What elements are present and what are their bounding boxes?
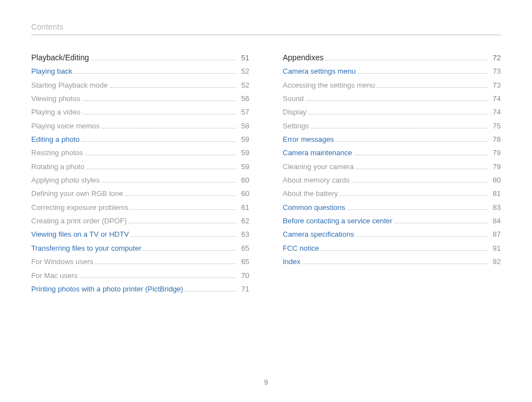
toc-entry-page: 56 xyxy=(238,94,249,104)
toc-entry-page: 58 xyxy=(238,121,249,132)
toc-entry-title: Camera maintenance xyxy=(283,148,352,159)
toc-entry: Applying photo styles 60 xyxy=(31,175,249,186)
toc-entry[interactable]: Common questions 83 xyxy=(283,203,501,213)
toc-entry: For Mac users 70 xyxy=(31,271,249,281)
toc-entry-title: Sound xyxy=(283,94,304,104)
toc-entry-page: 78 xyxy=(490,135,501,145)
toc-entry-page: 74 xyxy=(490,107,501,118)
toc-leader-dots xyxy=(102,128,236,128)
toc-entry[interactable]: Editing a photo 59 xyxy=(31,135,249,145)
toc-entry: Starting Playback mode 52 xyxy=(31,80,249,91)
toc-leader-dots xyxy=(340,195,487,196)
toc-entry-title: Resizing photos xyxy=(31,148,83,159)
toc-leader-dots xyxy=(131,236,236,237)
toc-entry[interactable]: Index 92 xyxy=(283,257,501,267)
toc-entry[interactable]: Transferring files to your computer 65 xyxy=(31,243,249,254)
toc-leader-dots xyxy=(377,87,487,88)
toc-entry-title: Editing a photo xyxy=(31,135,80,145)
toc-entry-page: 60 xyxy=(238,175,249,186)
toc-entry-page: 57 xyxy=(238,107,249,118)
page-header: Contents xyxy=(31,22,501,35)
toc-leader-dots xyxy=(125,195,236,196)
toc-entry-page: 71 xyxy=(238,284,249,295)
toc-leader-dots xyxy=(395,223,487,223)
toc-entry-title: Rotating a photo xyxy=(31,162,84,173)
toc-entry: Display 74 xyxy=(283,107,501,118)
toc-entry: Appendixes 72 xyxy=(283,52,501,64)
toc-leader-dots xyxy=(91,60,236,60)
toc-entry: Accessing the settings menu 73 xyxy=(283,80,501,91)
toc-entry-title: Defining your own RGB tone xyxy=(31,189,123,199)
toc-leader-dots xyxy=(306,100,487,101)
toc-entry: Viewing photos 56 xyxy=(31,94,249,104)
toc-leader-dots xyxy=(356,169,487,169)
toc-leader-dots xyxy=(356,236,487,237)
toc-entry-title: Before contacting a service center xyxy=(283,216,393,227)
toc-entry-page: 52 xyxy=(238,80,249,91)
toc-entry: About the battery 81 xyxy=(283,189,501,199)
toc-entry: Settings 75 xyxy=(283,121,501,132)
toc-entry-title: Creating a print order (DPOF) xyxy=(31,216,127,227)
toc-entry-title: Camera settings menu xyxy=(283,66,356,77)
toc-entry-title: Transferring files to your computer xyxy=(31,243,141,254)
toc-leader-dots xyxy=(347,209,487,210)
toc-entry-title: Playing a video xyxy=(31,107,80,118)
toc-entry-page: 84 xyxy=(490,216,501,227)
toc-entry[interactable]: Viewing files on a TV or HDTV 63 xyxy=(31,229,249,240)
toc-leader-dots xyxy=(83,114,236,114)
toc-entry-page: 61 xyxy=(238,203,249,213)
toc-entry-title: Display xyxy=(283,107,307,118)
header-rule xyxy=(31,35,501,35)
toc-column-left: Playback/Editing 51Playing back 52Starti… xyxy=(31,52,249,298)
toc-entry-page: 79 xyxy=(490,162,501,173)
toc-entry: Resizing photos 59 xyxy=(31,148,249,159)
toc-entry-page: 92 xyxy=(490,257,501,267)
toc-entry[interactable]: Printing photos with a photo printer (Pi… xyxy=(31,284,249,295)
toc-leader-dots xyxy=(303,264,487,264)
toc-entry-title: Applying photo styles xyxy=(31,175,100,186)
toc-leader-dots xyxy=(130,209,236,210)
toc-entry-title: Error messages xyxy=(283,135,334,145)
toc-entry-page: 91 xyxy=(490,243,501,254)
toc-entry-title: Camera specifications xyxy=(283,229,354,240)
toc-entry-title: Viewing photos xyxy=(31,94,80,104)
toc-leader-dots xyxy=(80,277,236,278)
toc-leader-dots xyxy=(143,250,236,251)
toc-entry[interactable]: Camera maintenance 79 xyxy=(283,148,501,159)
toc-leader-dots xyxy=(129,223,236,223)
toc-leader-dots xyxy=(86,169,236,169)
toc-entry-page: 65 xyxy=(238,243,249,254)
toc-entry-page: 63 xyxy=(238,229,249,240)
toc-entry-page: 70 xyxy=(238,271,249,281)
toc-entry-page: 73 xyxy=(490,80,501,91)
toc-leader-dots xyxy=(311,128,487,128)
toc-entry-page: 52 xyxy=(238,66,249,77)
toc-entry-title: Viewing files on a TV or HDTV xyxy=(31,229,129,240)
toc-entry-page: 51 xyxy=(238,53,249,64)
toc-column-right: Appendixes 72Camera settings menu 73Acce… xyxy=(283,52,501,298)
toc-entry[interactable]: Error messages 78 xyxy=(283,135,501,145)
toc-entry[interactable]: Playing back 52 xyxy=(31,66,249,77)
toc-entry-page: 62 xyxy=(238,216,249,227)
toc-entry: Playing voice memos 58 xyxy=(31,121,249,132)
toc-entry-page: 74 xyxy=(490,94,501,104)
toc-entry: Defining your own RGB tone 60 xyxy=(31,189,249,199)
toc-leader-dots xyxy=(95,264,236,264)
toc-leader-dots xyxy=(75,73,236,74)
toc-entry[interactable]: Camera settings menu 73 xyxy=(283,66,501,77)
toc-entry[interactable]: Before contacting a service center 84 xyxy=(283,216,501,227)
toc-entry-title: Playing voice memos xyxy=(31,121,100,132)
toc-leader-dots xyxy=(185,291,236,291)
toc-leader-dots xyxy=(358,73,487,74)
toc-entry-page: 59 xyxy=(238,148,249,159)
toc-entry-title: FCC notice xyxy=(283,243,319,254)
toc-entry[interactable]: FCC notice 91 xyxy=(283,243,501,254)
toc-entry: Playing a video 57 xyxy=(31,107,249,118)
toc-entry-title: For Mac users xyxy=(31,271,78,281)
toc-leader-dots xyxy=(321,250,487,251)
toc-entry-page: 75 xyxy=(490,121,501,132)
toc-entry-page: 83 xyxy=(490,203,501,213)
toc-entry: Playback/Editing 51 xyxy=(31,52,249,64)
toc-entry: For Windows users 65 xyxy=(31,257,249,267)
toc-entry[interactable]: Camera specifications 87 xyxy=(283,229,501,240)
